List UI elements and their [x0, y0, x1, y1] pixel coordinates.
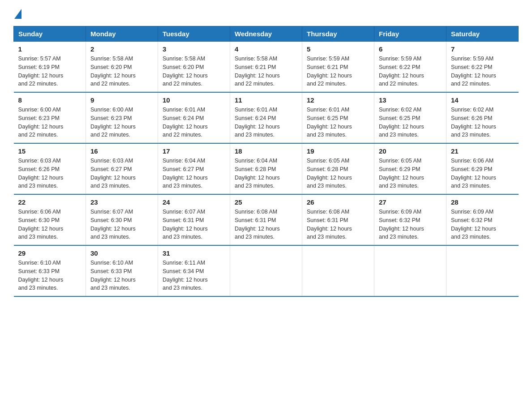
week-row-5: 29 Sunrise: 6:10 AM Sunset: 6:33 PM Dayl…	[14, 245, 519, 296]
calendar-cell: 9 Sunrise: 6:00 AM Sunset: 6:23 PM Dayli…	[86, 92, 158, 143]
header-tuesday: Tuesday	[158, 26, 230, 42]
calendar-cell: 24 Sunrise: 6:07 AM Sunset: 6:31 PM Dayl…	[158, 194, 230, 245]
logo	[13, 9, 21, 17]
day-info: Sunrise: 6:01 AM Sunset: 6:24 PM Dayligh…	[235, 106, 297, 139]
page-header	[13, 9, 519, 17]
week-row-2: 8 Sunrise: 6:00 AM Sunset: 6:23 PM Dayli…	[14, 92, 519, 143]
day-info: Sunrise: 6:06 AM Sunset: 6:30 PM Dayligh…	[18, 208, 82, 241]
calendar-cell: 3 Sunrise: 5:58 AM Sunset: 6:20 PM Dayli…	[158, 42, 230, 93]
day-number: 20	[379, 147, 442, 155]
day-number: 16	[90, 147, 153, 155]
day-info: Sunrise: 5:59 AM Sunset: 6:22 PM Dayligh…	[451, 55, 514, 88]
day-info: Sunrise: 6:05 AM Sunset: 6:29 PM Dayligh…	[379, 157, 442, 190]
day-number: 15	[18, 147, 82, 155]
calendar-cell: 11 Sunrise: 6:01 AM Sunset: 6:24 PM Dayl…	[230, 92, 302, 143]
day-number: 24	[163, 198, 225, 206]
calendar-cell: 28 Sunrise: 6:09 AM Sunset: 6:32 PM Dayl…	[446, 194, 519, 245]
day-number: 13	[379, 96, 442, 104]
day-number: 9	[90, 96, 153, 104]
calendar-cell	[302, 245, 374, 296]
day-info: Sunrise: 6:09 AM Sunset: 6:32 PM Dayligh…	[451, 208, 514, 241]
calendar-cell: 12 Sunrise: 6:01 AM Sunset: 6:25 PM Dayl…	[302, 92, 374, 143]
calendar-cell: 31 Sunrise: 6:11 AM Sunset: 6:34 PM Dayl…	[158, 245, 230, 296]
day-number: 19	[307, 147, 369, 155]
calendar-cell: 25 Sunrise: 6:08 AM Sunset: 6:31 PM Dayl…	[230, 194, 302, 245]
day-number: 26	[307, 198, 369, 206]
day-info: Sunrise: 6:09 AM Sunset: 6:32 PM Dayligh…	[379, 208, 442, 241]
day-info: Sunrise: 6:02 AM Sunset: 6:25 PM Dayligh…	[379, 106, 442, 139]
day-number: 23	[90, 198, 153, 206]
calendar-cell: 6 Sunrise: 5:59 AM Sunset: 6:22 PM Dayli…	[374, 42, 446, 93]
day-info: Sunrise: 6:03 AM Sunset: 6:26 PM Dayligh…	[18, 157, 82, 190]
calendar-cell	[446, 245, 519, 296]
calendar-cell: 20 Sunrise: 6:05 AM Sunset: 6:29 PM Dayl…	[374, 143, 446, 194]
calendar-cell: 7 Sunrise: 5:59 AM Sunset: 6:22 PM Dayli…	[446, 42, 519, 93]
day-number: 8	[18, 96, 82, 104]
day-info: Sunrise: 6:11 AM Sunset: 6:34 PM Dayligh…	[163, 259, 225, 292]
day-number: 17	[163, 147, 225, 155]
day-number: 30	[90, 249, 153, 257]
calendar-cell: 16 Sunrise: 6:03 AM Sunset: 6:27 PM Dayl…	[86, 143, 158, 194]
day-info: Sunrise: 6:08 AM Sunset: 6:31 PM Dayligh…	[235, 208, 297, 241]
calendar-cell: 17 Sunrise: 6:04 AM Sunset: 6:27 PM Dayl…	[158, 143, 230, 194]
calendar-cell	[230, 245, 302, 296]
calendar-cell: 19 Sunrise: 6:05 AM Sunset: 6:28 PM Dayl…	[302, 143, 374, 194]
day-number: 29	[18, 249, 82, 257]
day-number: 25	[235, 198, 297, 206]
day-number: 21	[451, 147, 514, 155]
calendar-cell: 18 Sunrise: 6:04 AM Sunset: 6:28 PM Dayl…	[230, 143, 302, 194]
day-number: 1	[18, 45, 82, 53]
day-info: Sunrise: 5:59 AM Sunset: 6:21 PM Dayligh…	[307, 55, 369, 88]
week-row-4: 22 Sunrise: 6:06 AM Sunset: 6:30 PM Dayl…	[14, 194, 519, 245]
day-info: Sunrise: 6:01 AM Sunset: 6:24 PM Dayligh…	[163, 106, 225, 139]
header-friday: Friday	[374, 26, 446, 42]
calendar-cell: 14 Sunrise: 6:02 AM Sunset: 6:26 PM Dayl…	[446, 92, 519, 143]
week-row-1: 1 Sunrise: 5:57 AM Sunset: 6:19 PM Dayli…	[14, 42, 519, 93]
day-info: Sunrise: 6:00 AM Sunset: 6:23 PM Dayligh…	[18, 106, 82, 139]
calendar-cell: 23 Sunrise: 6:07 AM Sunset: 6:30 PM Dayl…	[86, 194, 158, 245]
calendar-cell: 21 Sunrise: 6:06 AM Sunset: 6:29 PM Dayl…	[446, 143, 519, 194]
calendar-cell: 30 Sunrise: 6:10 AM Sunset: 6:33 PM Dayl…	[86, 245, 158, 296]
calendar-cell: 13 Sunrise: 6:02 AM Sunset: 6:25 PM Dayl…	[374, 92, 446, 143]
day-info: Sunrise: 5:58 AM Sunset: 6:20 PM Dayligh…	[90, 55, 153, 88]
day-number: 5	[307, 45, 369, 53]
header-monday: Monday	[86, 26, 158, 42]
calendar-cell: 26 Sunrise: 6:08 AM Sunset: 6:31 PM Dayl…	[302, 194, 374, 245]
day-info: Sunrise: 6:07 AM Sunset: 6:30 PM Dayligh…	[90, 208, 153, 241]
calendar-table: SundayMondayTuesdayWednesdayThursdayFrid…	[13, 26, 519, 297]
calendar-cell: 4 Sunrise: 5:58 AM Sunset: 6:21 PM Dayli…	[230, 42, 302, 93]
day-number: 6	[379, 45, 442, 53]
day-info: Sunrise: 5:58 AM Sunset: 6:20 PM Dayligh…	[163, 55, 225, 88]
day-number: 27	[379, 198, 442, 206]
calendar-cell	[374, 245, 446, 296]
calendar-cell: 2 Sunrise: 5:58 AM Sunset: 6:20 PM Dayli…	[86, 42, 158, 93]
calendar-cell: 29 Sunrise: 6:10 AM Sunset: 6:33 PM Dayl…	[14, 245, 86, 296]
day-number: 22	[18, 198, 82, 206]
calendar-cell: 10 Sunrise: 6:01 AM Sunset: 6:24 PM Dayl…	[158, 92, 230, 143]
header-saturday: Saturday	[446, 26, 519, 42]
day-info: Sunrise: 5:57 AM Sunset: 6:19 PM Dayligh…	[18, 55, 82, 88]
day-info: Sunrise: 6:02 AM Sunset: 6:26 PM Dayligh…	[451, 106, 514, 139]
day-number: 31	[163, 249, 225, 257]
day-info: Sunrise: 6:06 AM Sunset: 6:29 PM Dayligh…	[451, 157, 514, 190]
day-number: 14	[451, 96, 514, 104]
day-info: Sunrise: 6:10 AM Sunset: 6:33 PM Dayligh…	[18, 259, 82, 292]
day-number: 18	[235, 147, 297, 155]
day-info: Sunrise: 6:05 AM Sunset: 6:28 PM Dayligh…	[307, 157, 369, 190]
calendar-cell: 8 Sunrise: 6:00 AM Sunset: 6:23 PM Dayli…	[14, 92, 86, 143]
calendar-cell: 22 Sunrise: 6:06 AM Sunset: 6:30 PM Dayl…	[14, 194, 86, 245]
header-thursday: Thursday	[302, 26, 374, 42]
day-info: Sunrise: 6:03 AM Sunset: 6:27 PM Dayligh…	[90, 157, 153, 190]
day-number: 28	[451, 198, 514, 206]
calendar-cell: 5 Sunrise: 5:59 AM Sunset: 6:21 PM Dayli…	[302, 42, 374, 93]
day-info: Sunrise: 6:10 AM Sunset: 6:33 PM Dayligh…	[90, 259, 153, 292]
day-number: 3	[163, 45, 225, 53]
day-number: 10	[163, 96, 225, 104]
day-info: Sunrise: 6:04 AM Sunset: 6:28 PM Dayligh…	[235, 157, 297, 190]
calendar-cell: 27 Sunrise: 6:09 AM Sunset: 6:32 PM Dayl…	[374, 194, 446, 245]
week-row-3: 15 Sunrise: 6:03 AM Sunset: 6:26 PM Dayl…	[14, 143, 519, 194]
day-number: 11	[235, 96, 297, 104]
day-number: 4	[235, 45, 297, 53]
calendar-header-row: SundayMondayTuesdayWednesdayThursdayFrid…	[14, 26, 519, 42]
day-number: 7	[451, 45, 514, 53]
